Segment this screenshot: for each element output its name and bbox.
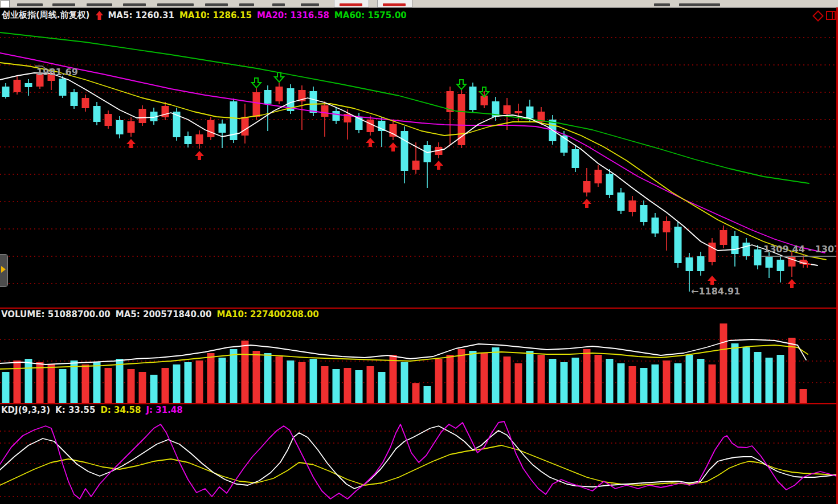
ma-lines [0, 32, 826, 265]
buy-signal-arrow [434, 161, 443, 170]
buy-signal-arrow [126, 139, 136, 148]
kdj-lines [0, 421, 836, 499]
split-window-icon[interactable] [826, 11, 836, 20]
buy-signal-arrow [389, 142, 398, 151]
trading-app-window: 创业板指(周线.前复权) MA5: 1260.31 MA10: 1286.15 … [0, 0, 838, 504]
grid-lines [0, 38, 835, 497]
candlesticks [2, 70, 807, 292]
buy-signal-arrow [708, 276, 717, 285]
buy-signal-arrow [787, 279, 796, 288]
sell-signal-arrow [275, 72, 284, 82]
expand-arrow-icon [1, 266, 6, 273]
sidebar-expand-handle[interactable] [0, 254, 8, 287]
buy-signal-arrow [582, 199, 591, 208]
buy-signal-arrow [366, 138, 375, 147]
buy-signal-arrow [195, 151, 204, 160]
volume-bars [2, 323, 807, 403]
sell-signal-arrow [457, 80, 466, 89]
last-price-level-line [761, 256, 838, 257]
sell-signal-arrow [252, 78, 261, 88]
chart-canvas[interactable] [0, 0, 838, 504]
